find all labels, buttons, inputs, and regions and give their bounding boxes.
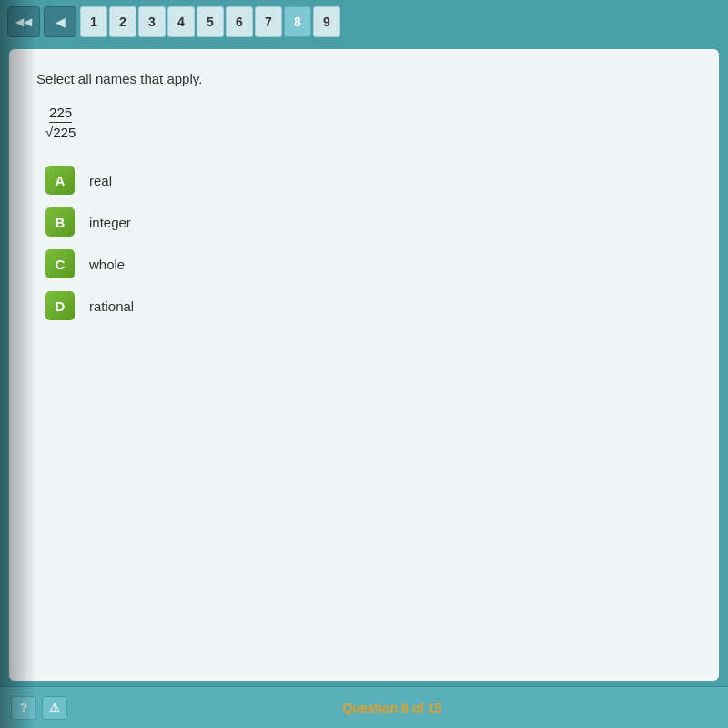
option-label-c: whole — [89, 257, 125, 272]
option-badge-a: A — [46, 166, 75, 195]
help-button[interactable]: ? — [11, 696, 36, 720]
nav-num-4[interactable]: 4 — [167, 6, 195, 37]
question-counter: Question 8 of 15 — [67, 701, 717, 715]
bottom-bar: ? ⚠ Question 8 of 15 — [0, 686, 728, 728]
main-content: Select all names that apply. 225 √225 Ar… — [0, 44, 728, 686]
navigation-bar: ◀◀ ◀ 123456789 — [0, 0, 728, 44]
option-item-d[interactable]: Drational — [46, 291, 692, 320]
nav-num-5[interactable]: 5 — [197, 6, 224, 37]
nav-num-8[interactable]: 8 — [284, 6, 311, 37]
option-item-a[interactable]: Areal — [46, 166, 692, 195]
fraction-numerator: 225 — [49, 105, 72, 123]
option-label-d: rational — [89, 298, 134, 314]
warning-button[interactable]: ⚠ — [42, 696, 67, 720]
options-list: ArealBintegerCwholeDrational — [46, 166, 692, 320]
fraction-denominator: √225 — [46, 123, 76, 140]
nav-num-3[interactable]: 3 — [138, 6, 166, 37]
option-badge-d: D — [46, 291, 75, 320]
option-label-a: real — [89, 173, 112, 188]
nav-num-2[interactable]: 2 — [109, 6, 136, 37]
nav-num-9[interactable]: 9 — [313, 6, 340, 37]
sqrt-value: 225 — [53, 125, 76, 140]
option-item-b[interactable]: Binteger — [46, 207, 692, 237]
double-back-button[interactable]: ◀◀ — [7, 6, 40, 37]
question-numbers: 123456789 — [80, 6, 340, 37]
math-expression: 225 √225 — [46, 105, 692, 140]
nav-num-7[interactable]: 7 — [255, 6, 282, 37]
question-instruction: Select all names that apply. — [36, 71, 692, 86]
option-badge-b: B — [46, 207, 75, 237]
option-item-c[interactable]: Cwhole — [46, 249, 692, 278]
back-button[interactable]: ◀ — [44, 6, 76, 37]
option-label-b: integer — [89, 215, 131, 230]
option-badge-c: C — [46, 249, 75, 278]
question-card: Select all names that apply. 225 √225 Ar… — [9, 49, 719, 681]
fraction: 225 √225 — [46, 105, 76, 140]
nav-num-6[interactable]: 6 — [226, 6, 253, 37]
sqrt-symbol: √ — [46, 125, 53, 140]
bottom-icons: ? ⚠ — [11, 696, 67, 720]
nav-num-1[interactable]: 1 — [80, 6, 107, 37]
